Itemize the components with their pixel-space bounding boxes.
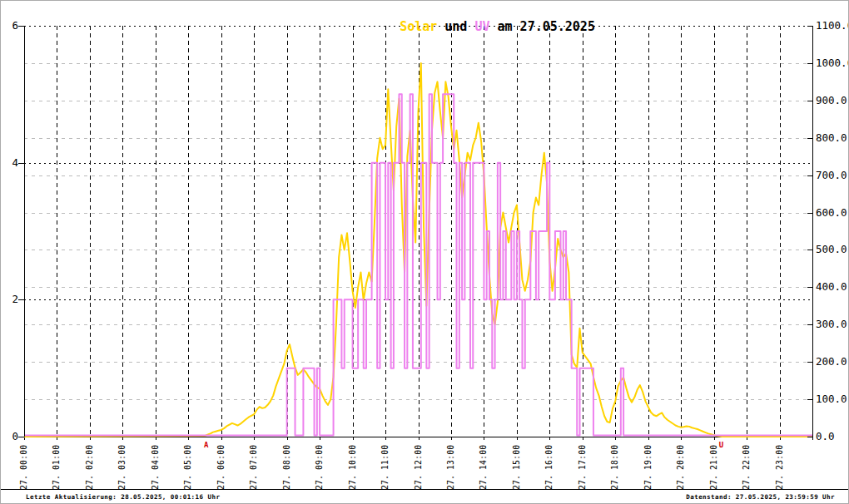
x-tick-label: 27. 16:00 xyxy=(544,442,554,490)
y-right-tick-label: 300.0 xyxy=(816,319,847,330)
chart-title-uv: UV xyxy=(474,19,489,34)
x-tick-label: 27. 06:00 xyxy=(216,442,226,490)
y-right-tick-label: 800.0 xyxy=(816,132,847,144)
x-tick-label: 27. 03:00 xyxy=(117,442,127,490)
chart-window: Solar und UV am 27.05.2025 02460.0100.02… xyxy=(0,0,849,504)
y-left-tick-label: 2 xyxy=(5,294,18,305)
chart-canvas xyxy=(1,1,849,504)
x-tick-label: 27. 17:00 xyxy=(578,442,588,490)
x-tick-label: 27. 10:00 xyxy=(348,442,358,490)
y-left-tick-label: 4 xyxy=(5,157,18,169)
x-tick-label: 27. 07:00 xyxy=(249,442,259,490)
footer-divider xyxy=(1,489,849,490)
chart-title-date: am 27.05.2025 xyxy=(490,19,595,34)
x-tick-label: 27. 13:00 xyxy=(446,442,456,490)
x-tick-label: 27. 15:00 xyxy=(512,442,522,490)
x-tick-label: 27. 21:00 xyxy=(709,442,719,490)
x-tick-label: 27. 11:00 xyxy=(380,442,390,490)
x-tick-label: 27. 05:00 xyxy=(183,442,193,490)
x-tick-label: 27. 22:00 xyxy=(742,442,752,490)
chart-title-solar: Solar xyxy=(400,19,437,34)
x-tick-label: 27. 19:00 xyxy=(643,442,653,490)
x-tick-label: 27. 12:00 xyxy=(414,442,424,490)
x-tick-label: 27. 00:00 xyxy=(19,442,29,490)
x-tick-label: 27. 18:00 xyxy=(610,442,620,490)
y-left-tick-label: 0 xyxy=(5,431,18,442)
sunset-marker: U xyxy=(719,442,723,449)
x-tick-label: 27. 01:00 xyxy=(52,442,62,490)
sunrise-marker: A xyxy=(204,442,208,449)
chart-title: Solar und UV am 27.05.2025 xyxy=(370,4,595,49)
x-tick-label: 27. 08:00 xyxy=(282,442,292,490)
data-state-text: Datenstand: 27.05.2025, 23:59:59 Uhr xyxy=(686,493,835,501)
x-tick-label: 27. 23:00 xyxy=(775,442,785,490)
y-right-tick-label: 600.0 xyxy=(816,207,847,219)
chart-title-und: und xyxy=(437,19,474,34)
x-tick-label: 27. 04:00 xyxy=(151,442,161,490)
y-right-tick-label: 200.0 xyxy=(816,356,847,368)
y-right-tick-label: 700.0 xyxy=(816,170,847,181)
y-left-tick-label: 6 xyxy=(5,20,18,32)
last-update-text: Letzte Aktualisierung: 28.05.2025, 00:01… xyxy=(26,493,220,501)
x-tick-label: 27. 09:00 xyxy=(315,442,325,490)
y-right-tick-label: 0.0 xyxy=(816,431,835,442)
y-right-tick-label: 100.0 xyxy=(816,393,847,405)
x-tick-label: 27. 20:00 xyxy=(676,442,686,490)
y-right-tick-label: 1000.0 xyxy=(816,57,849,69)
x-tick-label: 27. 14:00 xyxy=(479,442,489,490)
y-right-tick-label: 900.0 xyxy=(816,95,847,106)
y-right-tick-label: 500.0 xyxy=(816,244,847,255)
x-tick-label: 27. 02:00 xyxy=(85,442,95,490)
y-right-tick-label: 1100.0 xyxy=(816,20,849,32)
y-right-tick-label: 400.0 xyxy=(816,281,847,293)
